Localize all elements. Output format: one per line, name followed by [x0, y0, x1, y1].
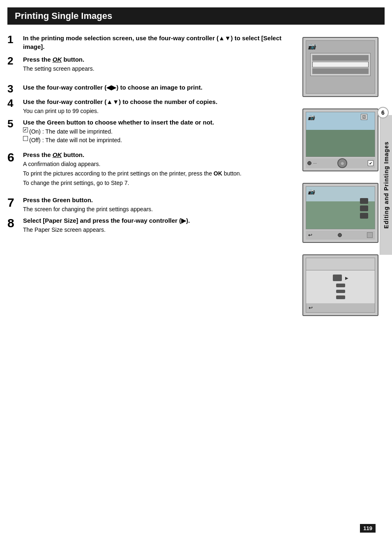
step-6-title: Press the OK button.: [23, 150, 294, 159]
screen-2-counter: ---: [313, 161, 317, 165]
screen-1-wrapper: 📷: [302, 37, 378, 97]
dot-button-1: [307, 161, 311, 165]
printer-icon-1: [360, 198, 368, 204]
dot-button-2: [338, 233, 342, 237]
steps-column: 1 In the printing mode selection screen,…: [7, 29, 302, 316]
screen-2-wrapper: 📷 🖼 --- ⊕ ✔: [302, 108, 378, 171]
step-2: 2 Press the OK button. The setting scree…: [7, 55, 294, 73]
step-number-7: 7: [7, 196, 23, 209]
screen-3-btn: [367, 232, 373, 238]
print-row-1: ▶: [333, 275, 348, 281]
step-4-title: Use the four-way controller (▲▼) to choo…: [23, 97, 294, 106]
screen-2-mode-icon: 📷: [308, 114, 315, 120]
printer-icon-a: [333, 275, 342, 281]
step-7-content: Press the Green button. The screen for c…: [23, 196, 294, 214]
page-title: Printing Single Images: [7, 7, 385, 25]
step-4: 4 Use the four-way controller (▲▼) to ch…: [7, 97, 294, 115]
chapter-number: 6: [381, 109, 385, 116]
printer-icon-2: [360, 205, 368, 211]
step-number-2: 2: [7, 55, 23, 67]
step-number-6: 6: [7, 150, 23, 164]
step-number-4: 4: [7, 97, 23, 109]
menu-item-1: [312, 55, 369, 61]
printer-icon-3: [360, 213, 368, 219]
step-8-content: Select [Paper Size] and press the four-w…: [23, 216, 294, 234]
screen-1-bottom: [306, 93, 375, 94]
screen-2-landscape: 📷 🖼: [306, 112, 375, 157]
step-1-content: In the printing mode selection screen, u…: [23, 34, 294, 52]
screen-1-mockup: 📷: [302, 37, 378, 97]
screen-1-menu: [310, 53, 371, 76]
step-number-1: 1: [7, 34, 23, 46]
step-2-sub: The setting screen appears.: [23, 65, 294, 73]
screen-3-mockup: 📷 ↩: [302, 183, 378, 243]
screen-4-bottom: ↩: [306, 303, 375, 312]
step-8-sub: The Paper Size screen appears.: [23, 226, 294, 234]
step-number-5: 5: [7, 118, 23, 130]
step-1: 1 In the printing mode selection screen,…: [7, 34, 294, 52]
menu-item-3: [312, 68, 369, 74]
screen-4-back-icon: ↩: [309, 305, 313, 311]
printer-icon-b: [336, 284, 345, 287]
step-6: 6 Press the OK button. A confirmation di…: [7, 150, 294, 187]
screen-3-wrapper: 📷 ↩: [302, 183, 378, 243]
step-5-sub-on: ✔ (On) : The date will be imprinted.: [23, 127, 294, 136]
screen-2-small-icon: 🖼: [361, 114, 367, 120]
screen-3-bottom: ↩: [306, 231, 375, 240]
chapter-number-badge: 6: [377, 107, 389, 118]
back-arrow-icon: ↩: [308, 232, 312, 238]
step-3: 3 Use the four-way controller (◀▶) to ch…: [7, 83, 294, 95]
printer-icon-c: [336, 290, 345, 293]
chapter-side-tab: Editing and Printing Images: [380, 115, 392, 255]
step-3-content: Use the four-way controller (◀▶) to choo…: [23, 83, 294, 92]
step-7-sub: The screen for changing the print settin…: [23, 205, 294, 214]
menu-item-selected: [312, 62, 369, 67]
step-8-title: Select [Paper Size] and press the four-w…: [23, 216, 294, 225]
screen-3-printer-icons: [360, 198, 368, 219]
arrow-right-icon: ▶: [345, 276, 348, 280]
step-6-sub1: A confirmation dialog appears.: [23, 160, 294, 168]
step-5-content: Use the Green button to choose whether t…: [23, 118, 294, 145]
step-4-content: Use the four-way controller (▲▼) to choo…: [23, 97, 294, 115]
screen-2-mockup: 📷 🖼 --- ⊕ ✔: [302, 108, 378, 171]
screen-2-inner: 📷 🖼: [306, 112, 375, 157]
step-5-off-text: (Off) : The date will not be imprinted.: [29, 136, 122, 145]
checkbox-off-icon: [23, 136, 28, 141]
step-5-on-text: (On) : The date will be imprinted.: [29, 127, 113, 136]
chapter-label: Editing and Printing Images: [383, 141, 390, 228]
step-6-sub3: To change the print settings, go to Step…: [23, 179, 294, 187]
screen-3-landscape: 📷: [306, 187, 375, 229]
screen-1-inner: 📷: [306, 40, 375, 94]
page-number-text: 119: [363, 525, 372, 531]
screen-2-bottom: --- ⊕ ✔: [306, 158, 375, 168]
screen-3-inner: 📷: [306, 186, 375, 229]
step-6-content: Press the OK button. A confirmation dial…: [23, 150, 294, 187]
circle-ok-button: ⊕: [337, 158, 347, 168]
header-title-text: Printing Single Images: [15, 11, 112, 21]
step-7-title: Press the Green button.: [23, 196, 294, 204]
checkbox-on-icon: ✔: [23, 127, 28, 132]
screen-4-mockup: ▶ ↩: [302, 254, 378, 316]
step-number-3: 3: [7, 83, 23, 95]
step-7: 7 Press the Green button. The screen for…: [7, 196, 294, 214]
step-2-title: Press the OK button.: [23, 55, 294, 64]
screen-4-inner: ▶ ↩: [306, 258, 375, 313]
step-2-content: Press the OK button. The setting screen …: [23, 55, 294, 73]
screen-1-image: 📷: [306, 41, 375, 93]
screen-4-wrapper: ▶ ↩: [302, 254, 378, 316]
screen-2-checkbox: ✔: [368, 160, 374, 166]
printer-icon-d: [336, 295, 345, 299]
step-3-title: Use the four-way controller (◀▶) to choo…: [23, 83, 294, 92]
page-number: 119: [360, 524, 376, 533]
step-number-8: 8: [7, 216, 23, 230]
step-6-sub2: To print the pictures according to the p…: [23, 169, 294, 178]
step-4-sub: You can print up to 99 copies.: [23, 107, 294, 115]
step-1-title: In the printing mode selection screen, u…: [23, 34, 294, 51]
screen-4-content: ▶: [306, 270, 375, 303]
step-5: 5 Use the Green button to choose whether…: [7, 118, 294, 145]
screen-3-mode-icon: 📷: [308, 188, 315, 195]
camera-icon: 📷: [308, 42, 316, 50]
step-5-title: Use the Green button to choose whether t…: [23, 118, 294, 127]
step-5-sub-off: (Off) : The date will not be imprinted.: [23, 136, 294, 145]
screen-4-top-bar: [306, 258, 375, 270]
